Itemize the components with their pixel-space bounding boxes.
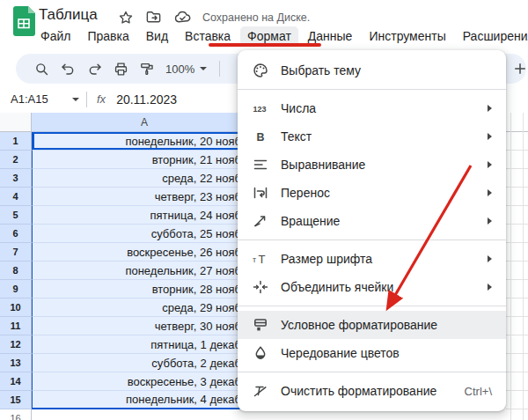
row-header[interactable]: 1 — [0, 132, 32, 151]
row-header[interactable]: 10 — [0, 298, 32, 317]
menu-item-wrapping[interactable]: Перенос — [238, 179, 506, 207]
menu-item-numbers[interactable]: 123 Числа — [238, 94, 506, 122]
name-box-value: A1:A15 — [11, 92, 48, 106]
search-icon[interactable] — [28, 57, 55, 80]
star-icon[interactable] — [118, 10, 134, 26]
redo-icon[interactable] — [81, 57, 107, 80]
row-header[interactable]: 4 — [0, 188, 32, 206]
menu-item-conditional-formatting[interactable]: Условное форматирование — [238, 311, 506, 339]
row-header[interactable]: 16 — [0, 409, 32, 420]
sheets-logo[interactable] — [12, 6, 35, 36]
google-sheets-window: Таблица Сохранено на Диске. Файл Правка … — [0, 0, 528, 420]
menu-divider — [238, 306, 506, 306]
menu-item-label: Выбрать тему — [281, 63, 361, 77]
svg-text:T: T — [259, 253, 266, 266]
row-header[interactable]: 14 — [0, 372, 32, 391]
cell-a5[interactable]: пятница, 24 ноября — [32, 206, 257, 225]
menu-item-label: Очистить форматирование — [281, 384, 436, 398]
menu-item-label: Объединить ячейки — [281, 280, 393, 294]
move-folder-icon[interactable] — [145, 9, 162, 26]
menubar-item-tools[interactable]: Инструменты — [362, 26, 452, 46]
submenu-arrow-icon — [488, 284, 492, 291]
svg-text:B: B — [257, 131, 265, 144]
menu-item-label: Числа — [281, 101, 316, 115]
menu-item-font-size[interactable]: тT Размер шрифта — [238, 245, 506, 273]
cell-a4[interactable]: четверг, 23 ноября — [32, 188, 257, 206]
cell-a8[interactable]: понедельник, 27 ноября — [32, 262, 257, 280]
document-title[interactable]: Таблица — [39, 6, 98, 24]
cell-a2[interactable]: вторник, 21 ноября — [32, 151, 257, 169]
row-header[interactable]: 2 — [0, 151, 32, 169]
paint-format-icon[interactable] — [134, 57, 160, 80]
font-size-icon: тT — [252, 250, 269, 268]
select-all-corner[interactable] — [0, 113, 32, 132]
cell-a3[interactable]: среда, 22 ноября — [32, 169, 257, 188]
menu-item-rotation[interactable]: Вращение — [238, 207, 506, 235]
theme-palette-icon — [252, 62, 269, 79]
submenu-arrow-icon — [488, 161, 492, 168]
zoom-level: 100% — [165, 63, 194, 76]
undo-icon[interactable] — [55, 57, 81, 80]
menubar-item-view[interactable]: Вид — [139, 26, 175, 46]
cell-a16[interactable] — [32, 409, 257, 420]
menu-item-merge-cells[interactable]: Объединить ячейки — [238, 273, 506, 301]
conditional-format-icon — [252, 316, 269, 334]
submenu-arrow-icon — [488, 217, 492, 225]
menubar-item-extensions[interactable]: Расширения — [456, 26, 528, 46]
menubar-item-edit[interactable]: Правка — [80, 26, 136, 46]
saved-status: Сохранено на Диске. — [202, 11, 310, 24]
submenu-arrow-icon — [488, 189, 492, 196]
row-header[interactable]: 9 — [0, 280, 32, 298]
row-header[interactable]: 15 — [0, 391, 32, 409]
red-underline-annotation — [209, 43, 321, 47]
menu-divider — [238, 239, 506, 240]
menu-item-label: Текст — [281, 129, 312, 144]
cell-a7[interactable]: воскресенье, 26 ноября — [32, 243, 257, 262]
cell-a6[interactable]: суббота, 25 ноября — [32, 225, 257, 243]
plus-icon[interactable] — [509, 58, 528, 79]
menu-item-choose-theme[interactable]: Выбрать тему — [238, 56, 506, 85]
cell-a9[interactable]: вторник, 28 ноября — [32, 280, 257, 298]
merge-cells-icon — [252, 278, 269, 296]
row-header[interactable]: 6 — [0, 225, 32, 243]
row-header[interactable]: 7 — [0, 243, 32, 262]
zoom-control[interactable]: 100% — [165, 63, 207, 76]
format-menu: Выбрать тему 123 Числа B Текст Выравнива… — [238, 50, 506, 411]
menu-item-text[interactable]: B Текст — [238, 122, 506, 151]
row-header[interactable]: 11 — [0, 317, 32, 335]
column-header-a[interactable]: A — [32, 113, 257, 132]
cell-a14[interactable]: воскресенье, 3 декабря — [32, 372, 257, 391]
alternating-colors-icon — [252, 344, 269, 362]
row-header[interactable]: 3 — [0, 169, 32, 188]
submenu-arrow-icon — [488, 133, 492, 140]
menu-item-shortcut: Ctrl+\ — [465, 385, 492, 398]
clear-format-icon — [252, 382, 269, 400]
name-box[interactable]: A1:A15 — [0, 92, 86, 106]
cell-a11[interactable]: четверг, 30 ноября — [32, 317, 257, 335]
cell-a10[interactable]: среда, 29 ноября — [32, 298, 257, 317]
text-rotation-icon — [252, 212, 269, 230]
row-header[interactable]: 8 — [0, 262, 32, 280]
svg-text:т: т — [253, 255, 256, 264]
cloud-saved-icon[interactable] — [173, 9, 192, 26]
row-header[interactable]: 13 — [0, 354, 32, 372]
row-header[interactable]: 12 — [0, 335, 32, 354]
menubar-item-file[interactable]: Файл — [33, 26, 77, 46]
menu-divider — [238, 372, 506, 372]
align-icon — [252, 156, 269, 173]
menu-item-label: Размер шрифта — [281, 252, 372, 266]
menu-divider — [238, 89, 506, 90]
formula-input[interactable]: 20.11.2023 — [116, 92, 177, 107]
menu-item-label: Перенос — [281, 186, 330, 200]
menu-item-label: Выравнивание — [281, 158, 365, 172]
cell-a1[interactable]: понедельник, 20 ноября — [32, 132, 257, 151]
cell-a13[interactable]: суббота, 2 декабря — [32, 354, 257, 372]
cell-a15[interactable]: понедельник, 4 декабря — [32, 391, 257, 409]
menu-item-alternating-colors[interactable]: Чередование цветов — [238, 339, 506, 367]
menu-item-alignment[interactable]: Выравнивание — [238, 151, 506, 179]
row-header[interactable]: 5 — [0, 206, 32, 225]
print-icon[interactable] — [107, 57, 134, 80]
cell-a12[interactable]: пятница, 1 декабря — [32, 335, 257, 354]
bold-text-icon: B — [252, 128, 269, 145]
menu-item-clear-formatting[interactable]: Очистить форматирование Ctrl+\ — [238, 377, 506, 405]
